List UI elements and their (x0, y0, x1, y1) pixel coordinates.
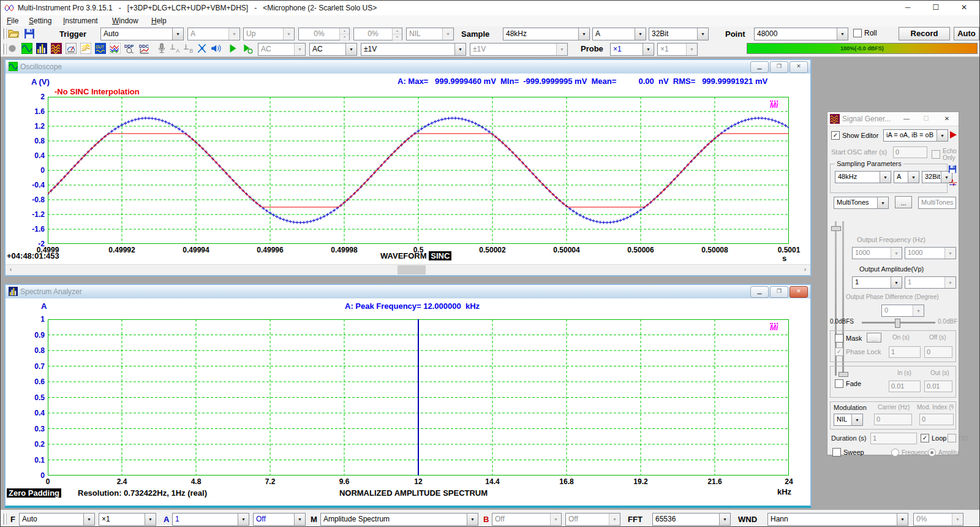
amplitude-b-select[interactable]: 1▼ (905, 276, 956, 289)
b-gain-select[interactable]: Off▼ (492, 513, 562, 526)
oscilloscope-titlebar[interactable]: Oscilloscope ▁ ❐ ✕ (6, 60, 810, 74)
menu-help[interactable]: Help (148, 16, 170, 26)
fade-in-input[interactable]: 0.01 (889, 381, 921, 392)
ddp-viewer-icon[interactable]: DDP (124, 43, 137, 55)
modulation-select[interactable]: NIL▼ (834, 414, 863, 426)
minimize-icon[interactable]: — (899, 114, 914, 124)
sweep-frequency-radio[interactable]: Frequency (891, 449, 930, 457)
waveform-a-select[interactable]: MultiTones▼ (834, 197, 889, 209)
run-icon[interactable] (227, 43, 239, 55)
close-icon[interactable]: ✕ (790, 61, 808, 73)
sweep-amplitude-radio[interactable]: Amplitude (928, 449, 959, 457)
auto-button[interactable]: Auto (954, 27, 979, 40)
save-file-icon[interactable] (24, 28, 35, 39)
scroll-right-icon[interactable]: › (800, 265, 810, 275)
more-tones-button[interactable]: ... (895, 196, 912, 208)
overlap-select[interactable]: 0%▼ (913, 513, 963, 526)
sound-device-icon[interactable] (210, 43, 222, 55)
probe-a-select[interactable]: ×1▼ (610, 43, 654, 56)
mask-off-input[interactable]: 0 (924, 346, 952, 358)
carrier-input[interactable]: 0 (874, 414, 912, 425)
b-ref-select[interactable]: Off▼ (565, 513, 620, 526)
minimize-icon[interactable]: ▁ (750, 61, 769, 73)
ground-b-icon[interactable]: B (183, 43, 195, 55)
restore-icon[interactable]: ❐ (770, 61, 788, 73)
menu-instrument[interactable]: Instrument (59, 16, 102, 26)
phase-lock-checkbox[interactable]: Phase Lock (835, 347, 881, 356)
scroll-left-icon[interactable]: ‹ (6, 265, 16, 275)
trigger-source-select[interactable]: A▼ (187, 28, 240, 40)
sinc-badge[interactable]: SINC (429, 251, 451, 260)
trigger-edge-select[interactable]: Up▼ (243, 28, 295, 40)
coupling-a-select[interactable]: AC▼ (258, 43, 306, 56)
frequency-a-select[interactable]: 1000▼ (852, 247, 902, 259)
fft-size-select[interactable]: 65536▼ (652, 513, 731, 526)
waveform-b-select[interactable]: MultiTones (918, 197, 956, 209)
record-indicator-icon[interactable] (7, 43, 19, 55)
mask-checkbox[interactable]: Mask (835, 334, 862, 343)
trigger-coupling-select[interactable]: NIL▼ (406, 28, 454, 40)
multimeter-icon[interactable] (66, 43, 78, 55)
show-editor-checkbox[interactable]: Show Editor (831, 131, 878, 140)
frequency-b-select[interactable]: 1000▼ (905, 247, 956, 259)
zoom-select[interactable]: ×1▼ (99, 513, 156, 526)
calibration-icon[interactable] (197, 43, 209, 55)
maximize-icon[interactable]: ☐ (918, 114, 934, 124)
points-select[interactable]: 48000▼ (754, 28, 848, 40)
gen-sample-rate-select[interactable]: 48kHz▼ (835, 171, 891, 183)
device-test-plan-icon[interactable]: DUT (95, 43, 107, 55)
ddc-meter-icon[interactable]: DDC (139, 43, 151, 55)
signal-generator-icon[interactable] (51, 43, 63, 55)
window-fn-select[interactable]: Hann▼ (767, 513, 908, 526)
wave-settings-icon[interactable] (949, 178, 957, 187)
fader-a-handle[interactable] (831, 226, 841, 231)
spectrum-titlebar[interactable]: Spectrum Analyzer ▁ ❐ ✕ (6, 285, 810, 299)
save-signal-icon[interactable] (948, 165, 957, 173)
mod-index-input[interactable]: 0 (919, 414, 954, 425)
menu-file[interactable]: File (3, 16, 22, 26)
run-regenerate-icon[interactable] (242, 43, 254, 55)
signal-generator-titlebar[interactable]: Signal Gener... — ☐ ✕ (827, 112, 959, 126)
maximize-icon[interactable]: ☐ (922, 1, 950, 15)
range-a-select[interactable]: ±1V▼ (361, 43, 466, 56)
coupling-b-select[interactable]: AC▼ (309, 43, 357, 56)
a-gain-select[interactable]: 1▼ (172, 513, 249, 526)
spinner-arrows-icon[interactable]: ▲▼ (392, 28, 402, 40)
echo-only-checkbox[interactable]: Echo Only (932, 148, 957, 161)
toolbar-grip[interactable] (2, 514, 7, 525)
routing-select[interactable]: iA = oA, iB = oB▼ (883, 129, 948, 142)
phase-difference-select[interactable]: 0▼ (881, 305, 924, 317)
freq-axis-select[interactable]: Auto▼ (19, 513, 95, 526)
sample-rate-select[interactable]: 48kHz▼ (503, 28, 590, 40)
probe-b-select[interactable]: ×1▼ (657, 43, 698, 56)
duration-input[interactable]: 1 (870, 433, 917, 444)
spinner-arrows-icon[interactable]: ▲▼ (339, 28, 349, 40)
mask-on-input[interactable]: 1 (889, 346, 921, 358)
sample-channel-select[interactable]: A▼ (592, 28, 646, 40)
sample-bits-select[interactable]: 32Bit▼ (649, 28, 709, 40)
loop-checkbox[interactable]: Loop (921, 434, 946, 442)
trigger-mode-select[interactable]: Auto▼ (100, 28, 184, 40)
a-ref-select[interactable]: Off▼ (253, 513, 306, 526)
restore-icon[interactable]: ❐ (770, 286, 788, 298)
minimize-icon[interactable]: ▁ (750, 286, 769, 298)
spectrum-analyzer-icon[interactable] (36, 43, 48, 55)
input-device-icon[interactable] (156, 43, 168, 55)
generator-play-icon[interactable] (950, 131, 957, 138)
close-icon[interactable]: ✕ (939, 114, 955, 124)
balance-slider-handle[interactable] (895, 319, 900, 328)
menu-window[interactable]: Window (108, 16, 142, 26)
derived-data-curve-icon[interactable] (110, 43, 122, 55)
trigger-delay-spinner[interactable]: 0%▲▼ (353, 28, 402, 40)
fade-out-input[interactable]: 0.01 (924, 381, 952, 392)
scroll-thumb[interactable] (398, 265, 426, 275)
minimize-icon[interactable]: ─ (894, 1, 922, 15)
close-icon[interactable]: ✕ (950, 1, 978, 15)
amplitude-a-select[interactable]: 1▼ (852, 276, 902, 289)
toolbar-grip[interactable] (2, 44, 7, 55)
oscilloscope-icon[interactable] (21, 43, 34, 55)
range-b-select[interactable]: ±1V▼ (470, 43, 568, 56)
roll-checkbox[interactable]: Roll (853, 29, 877, 37)
trigger-level-spinner[interactable]: 0%▲▼ (298, 28, 350, 40)
ground-a-icon[interactable]: A (170, 43, 182, 55)
